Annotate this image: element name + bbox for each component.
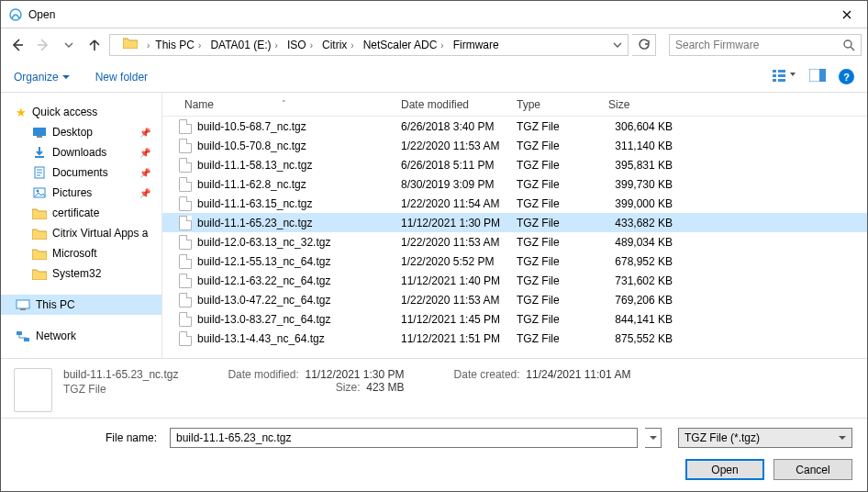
refresh-button[interactable] xyxy=(632,34,656,56)
svg-rect-4 xyxy=(773,79,776,82)
up-button[interactable] xyxy=(83,34,106,56)
file-type-filter[interactable]: TGZ File (*.tgz) xyxy=(678,428,852,448)
sidebar-downloads[interactable]: Downloads📌 xyxy=(1,142,161,162)
crumb-firmware[interactable]: Firmware xyxy=(450,39,503,51)
file-row[interactable]: build-12.1-55.13_nc_64.tgz1/22/2020 5:52… xyxy=(162,252,867,271)
file-icon xyxy=(179,196,192,211)
file-date: 1/22/2020 11:53 AM xyxy=(401,140,517,152)
sidebar-desktop[interactable]: Desktop📌 xyxy=(1,122,161,142)
file-name: build-11.1-63.15_nc.tgz xyxy=(197,197,312,210)
column-type[interactable]: Type xyxy=(517,98,608,111)
crumb-iso[interactable]: ISO› xyxy=(284,39,317,51)
svg-rect-11 xyxy=(37,136,42,138)
breadcrumb[interactable]: › This PC› DATA01 (E:)› ISO› Citrix› Net… xyxy=(109,34,629,56)
organize-menu[interactable]: Organize xyxy=(14,71,70,84)
view-menu[interactable] xyxy=(773,69,796,84)
file-row[interactable]: build-10.5-68.7_nc.tgz6/26/2018 3:40 PMT… xyxy=(162,117,867,136)
file-icon xyxy=(179,312,192,327)
file-name-dropdown[interactable] xyxy=(645,428,662,448)
file-list: Name˄ Date modified Type Size build-10.5… xyxy=(162,93,867,358)
svg-rect-3 xyxy=(773,74,776,77)
column-date[interactable]: Date modified xyxy=(401,98,517,111)
toolbar: Organize New folder ? xyxy=(1,62,867,93)
file-row[interactable]: build-11.1-58.13_nc.tgz6/26/2018 5:11 PM… xyxy=(162,155,867,174)
column-size[interactable]: Size xyxy=(608,98,709,111)
file-row[interactable]: build-11.1-62.8_nc.tgz8/30/2019 3:09 PMT… xyxy=(162,174,867,194)
nav-bar: › This PC› DATA01 (E:)› ISO› Citrix› Net… xyxy=(1,28,867,62)
file-date: 6/26/2018 5:11 PM xyxy=(401,159,517,172)
file-type: TGZ File xyxy=(517,197,608,210)
file-row[interactable]: build-12.1-63.22_nc_64.tgz11/12/2021 1:4… xyxy=(162,271,867,290)
svg-rect-6 xyxy=(778,74,785,77)
window-title: Open xyxy=(28,8,55,21)
crumb-drive[interactable]: DATA01 (E:)› xyxy=(206,39,282,51)
file-name-input[interactable] xyxy=(170,428,638,448)
titlebar: Open xyxy=(1,1,867,28)
sidebar-folder-citrix[interactable]: Citrix Virtual Apps a xyxy=(1,223,161,243)
pin-icon: 📌 xyxy=(139,148,150,158)
sidebar-folder-system32[interactable]: System32 xyxy=(1,263,161,284)
crumb-this-pc[interactable]: This PC› xyxy=(151,39,205,51)
file-row[interactable]: build-12.0-63.13_nc_32.tgz1/22/2020 11:5… xyxy=(162,232,867,252)
cancel-button[interactable]: Cancel xyxy=(773,459,852,480)
crumb-netscaler[interactable]: NetScaler ADC› xyxy=(360,39,448,51)
file-row[interactable]: build-13.0-47.22_nc_64.tgz1/22/2020 11:5… xyxy=(162,290,867,309)
file-size: 875,552 KB xyxy=(608,332,709,345)
folder-icon xyxy=(32,207,47,219)
help-button[interactable]: ? xyxy=(839,69,854,84)
pin-icon: 📌 xyxy=(139,168,150,178)
file-name: build-10.5-68.7_nc.tgz xyxy=(197,120,306,133)
svg-rect-16 xyxy=(17,300,29,308)
file-icon xyxy=(179,119,192,134)
close-button[interactable] xyxy=(826,1,867,28)
file-icon xyxy=(179,235,192,250)
pictures-icon xyxy=(32,186,47,199)
recent-dropdown[interactable] xyxy=(58,34,80,56)
open-button[interactable]: Open xyxy=(685,459,764,480)
file-size: 489,034 KB xyxy=(608,236,709,249)
search-input[interactable]: Search Firmware xyxy=(669,34,862,56)
forward-button[interactable] xyxy=(32,34,54,56)
crumb-citrix[interactable]: Citrix› xyxy=(318,39,358,51)
file-size: 395,831 KB xyxy=(608,159,709,172)
preview-toggle[interactable] xyxy=(809,69,826,84)
column-name[interactable]: Name˄ xyxy=(162,98,401,111)
svg-rect-2 xyxy=(773,70,776,73)
app-icon xyxy=(8,7,23,22)
new-folder-button[interactable]: New folder xyxy=(95,71,148,84)
file-row[interactable]: build-13.0-83.27_nc_64.tgz11/12/2021 1:4… xyxy=(162,309,867,329)
file-type: TGZ File xyxy=(517,140,608,152)
desktop-icon xyxy=(32,126,47,139)
svg-point-15 xyxy=(37,190,39,193)
file-row[interactable]: build-11.1-63.15_nc.tgz1/22/2020 11:54 A… xyxy=(162,194,867,213)
svg-rect-10 xyxy=(33,128,46,136)
file-row[interactable]: build-10.5-70.8_nc.tgz1/22/2020 11:53 AM… xyxy=(162,136,867,155)
details-file-type: TGZ File xyxy=(63,383,178,396)
sidebar-folder-microsoft[interactable]: Microsoft xyxy=(1,243,161,263)
folder-icon xyxy=(123,37,139,53)
sidebar-this-pc[interactable]: This PC xyxy=(1,295,161,315)
file-row[interactable]: build-13.1-4.43_nc_64.tgz11/12/2021 1:51… xyxy=(162,329,867,348)
file-size: 769,206 KB xyxy=(608,294,709,307)
sidebar-quick-access[interactable]: ★ Quick access xyxy=(1,102,161,122)
file-name: build-12.1-55.13_nc_64.tgz xyxy=(197,255,330,268)
breadcrumb-dropdown[interactable] xyxy=(609,40,626,50)
file-icon xyxy=(179,177,192,192)
sidebar-pictures[interactable]: Pictures📌 xyxy=(1,183,161,203)
downloads-icon xyxy=(32,146,47,159)
sidebar-documents[interactable]: Documents📌 xyxy=(1,162,161,183)
file-date: 11/12/2021 1:40 PM xyxy=(401,274,517,287)
back-button[interactable] xyxy=(6,34,28,56)
svg-rect-18 xyxy=(17,331,22,335)
file-icon xyxy=(179,274,192,288)
file-name: build-10.5-70.8_nc.tgz xyxy=(197,140,306,152)
sidebar-network[interactable]: Network xyxy=(1,326,161,346)
file-row[interactable]: build-11.1-65.23_nc.tgz11/12/2021 1:30 P… xyxy=(162,213,867,232)
file-date: 1/22/2020 11:53 AM xyxy=(401,294,517,307)
sidebar-folder-certificate[interactable]: certificate xyxy=(1,203,161,223)
folder-icon xyxy=(32,227,47,240)
pin-icon: 📌 xyxy=(139,188,150,198)
file-type: TGZ File xyxy=(517,255,608,268)
file-icon xyxy=(179,216,192,230)
file-size: 399,000 KB xyxy=(608,197,709,210)
